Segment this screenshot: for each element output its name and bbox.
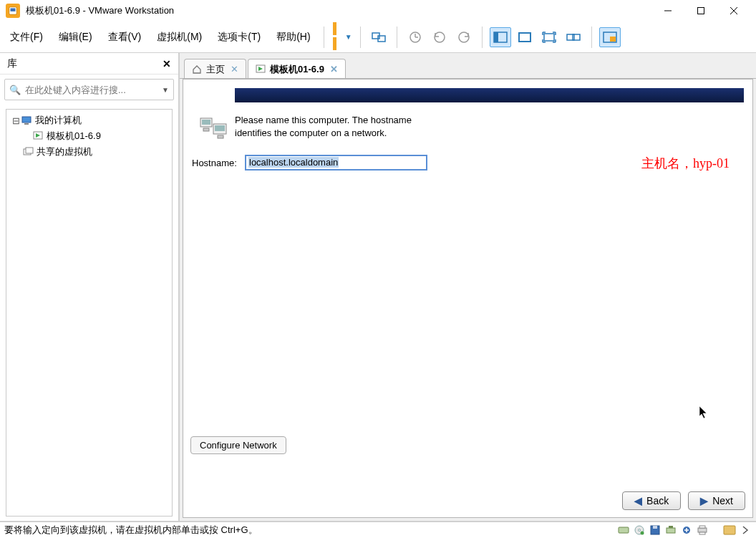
svg-rect-48: [724, 526, 735, 534]
minimize-button[interactable]: [651, 0, 684, 21]
network-adapter-icon[interactable]: [664, 524, 677, 537]
svg-rect-35: [218, 135, 223, 138]
arrow-left-icon: ◀: [634, 495, 642, 506]
annotation-text: 主机名，hyp-01: [641, 155, 730, 172]
svg-rect-42: [667, 528, 675, 533]
suspend-button[interactable]: ▼: [331, 27, 353, 47]
screen-fill-icon: [518, 32, 532, 43]
svg-rect-27: [26, 148, 33, 153]
manage-snapshot-button[interactable]: [453, 27, 475, 47]
hard-disk-icon[interactable]: [617, 524, 630, 537]
tab-home[interactable]: 主页 ✕: [184, 59, 246, 79]
next-label: Next: [712, 495, 733, 506]
hostname-input[interactable]: localhost.localdomain: [245, 155, 427, 170]
installer-banner: [235, 88, 744, 102]
expand-icon: [542, 32, 556, 43]
chevron-right-icon[interactable]: [739, 524, 752, 537]
printer-icon[interactable]: [696, 524, 709, 537]
menu-help[interactable]: 帮助(H): [269, 28, 317, 47]
tab-close-button[interactable]: ✕: [330, 64, 338, 75]
next-button[interactable]: ▶Next: [688, 491, 745, 510]
message-log-icon[interactable]: [723, 524, 736, 537]
tree-node-my-computer[interactable]: ⊟ 我的计算机: [8, 112, 170, 128]
svg-rect-36: [619, 527, 629, 533]
show-console-button[interactable]: [490, 27, 511, 47]
menu-tabs[interactable]: 选项卡(T): [210, 28, 268, 47]
fullscreen-button[interactable]: [514, 27, 536, 47]
configure-network-button[interactable]: Configure Network: [190, 436, 286, 454]
titlebar: 模板机01-6.9 - VMware Workstation: [0, 0, 756, 21]
pause-icon: [332, 22, 341, 52]
status-message: 要将输入定向到该虚拟机，请在虚拟机内部单击或按 Ctrl+G。: [4, 524, 617, 537]
search-input[interactable]: [25, 85, 162, 95]
tree-label: 共享的虚拟机: [37, 145, 92, 158]
tab-label: 模板机01-6.9: [270, 63, 324, 76]
tab-label: 主页: [206, 63, 225, 76]
search-dropdown-icon[interactable]: ▼: [162, 86, 169, 94]
library-tree[interactable]: ⊟ 我的计算机 模板机01-6.9 共享的虚拟机: [6, 109, 173, 517]
svg-point-38: [639, 529, 641, 532]
search-icon: 🔍: [9, 85, 21, 95]
snapshot-button[interactable]: [404, 27, 426, 47]
close-button[interactable]: [717, 0, 750, 21]
toolbar-separator: [324, 27, 324, 48]
usb-icon[interactable]: [680, 524, 693, 537]
toolbar-separator: [397, 27, 397, 48]
svg-rect-22: [22, 117, 31, 123]
svg-rect-34: [203, 128, 209, 131]
library-sidebar: 库 ✕ 🔍 ▼ ⊟ 我的计算机 模板机01-6.9 共享的虚拟机: [0, 53, 180, 521]
status-bar: 要将输入定向到该虚拟机，请在虚拟机内部单击或按 Ctrl+G。: [0, 521, 756, 538]
toolbar-separator: [482, 27, 483, 48]
network-computers-icon: [199, 117, 228, 143]
back-button[interactable]: ◀Back: [622, 491, 681, 510]
svg-point-39: [641, 532, 644, 535]
unity-button[interactable]: [538, 27, 560, 47]
back-label: Back: [646, 495, 669, 506]
installer-prompt: Please name this computer. The hostname …: [235, 114, 450, 143]
pin-button[interactable]: ✕: [163, 58, 171, 69]
svg-rect-14: [494, 32, 498, 42]
svg-rect-23: [24, 123, 29, 125]
menu-view[interactable]: 查看(V): [101, 28, 149, 47]
floppy-icon[interactable]: [649, 524, 662, 537]
clock-back-icon: [433, 31, 446, 44]
svg-rect-1: [11, 9, 16, 11]
svg-rect-47: [699, 532, 705, 534]
tab-close-button[interactable]: ✕: [231, 64, 238, 75]
svg-point-11: [435, 32, 445, 42]
tree-node-shared-vms[interactable]: 共享的虚拟机: [8, 144, 170, 160]
library-title: 库: [7, 57, 17, 70]
send-ctrl-alt-del-button[interactable]: [368, 27, 389, 47]
svg-rect-16: [520, 34, 530, 41]
content-area: 主页 ✕ 模板机01-6.9 ✕ Please name this comput…: [180, 53, 756, 521]
maximize-button[interactable]: [684, 0, 717, 21]
menu-vm[interactable]: 虚拟机(M): [150, 28, 209, 47]
app-icon: [6, 4, 20, 18]
vm-icon: [256, 64, 266, 75]
collapse-icon[interactable]: ⊟: [11, 115, 21, 126]
tab-bar: 主页 ✕ 模板机01-6.9 ✕: [180, 56, 756, 79]
dropdown-arrow-icon[interactable]: ▼: [345, 33, 352, 41]
revert-snapshot-button[interactable]: [429, 27, 450, 47]
computer-icon: [21, 115, 32, 126]
clock-forward-icon: [457, 31, 470, 44]
thumbnail-bar-button[interactable]: [599, 27, 621, 47]
cd-icon[interactable]: [633, 524, 646, 537]
menu-edit[interactable]: 编辑(E): [52, 28, 100, 47]
svg-rect-17: [544, 34, 554, 41]
library-search[interactable]: 🔍 ▼: [4, 79, 174, 100]
svg-rect-41: [653, 526, 657, 529]
thumbnail-icon: [603, 32, 617, 43]
tree-node-vm1[interactable]: 模板机01-6.9: [8, 128, 170, 144]
hostname-label: Hostname:: [192, 158, 245, 168]
sidebar-layout-icon: [493, 32, 508, 43]
menu-file[interactable]: 文件(F): [3, 28, 50, 47]
vm-console[interactable]: Please name this computer. The hostname …: [183, 79, 753, 518]
stretch-button[interactable]: [563, 27, 584, 47]
toolbar-separator: [591, 27, 592, 48]
svg-rect-3: [698, 8, 704, 14]
svg-point-12: [459, 32, 469, 42]
home-icon: [192, 64, 202, 75]
tab-vm[interactable]: 模板机01-6.9 ✕: [248, 59, 346, 79]
arrow-right-icon: ▶: [700, 495, 708, 506]
